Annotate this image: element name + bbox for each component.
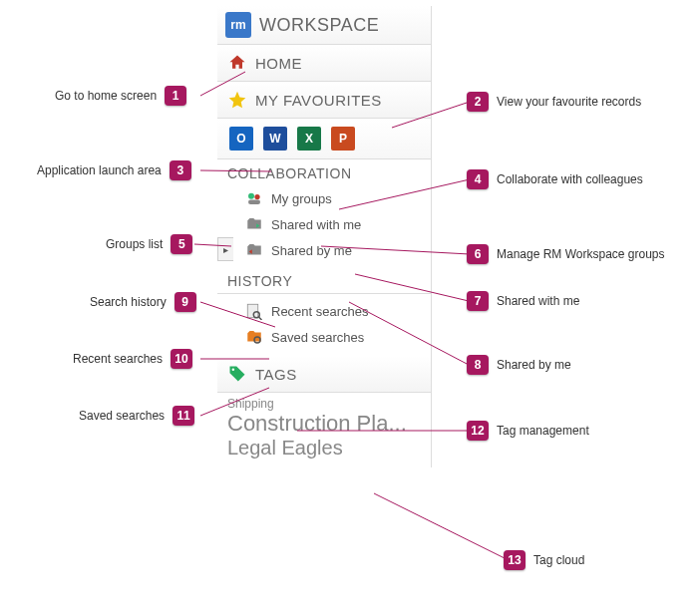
tag-construction[interactable]: Construction Pla... — [227, 411, 421, 437]
tags-label: TAGS — [255, 366, 297, 383]
callout-2-text: View your favourite records — [497, 95, 641, 109]
callout-9-text: Search history — [90, 295, 167, 309]
app-launch-row: O W X P — [217, 119, 431, 159]
tag-legal[interactable]: Legal Eagles — [227, 437, 421, 460]
callout-6: 6 Manage RM Workspace groups — [467, 244, 665, 264]
callout-7: 7 Shared with me — [467, 291, 579, 311]
saved-searches-label: Saved searches — [271, 330, 364, 345]
callout-3-badge: 3 — [170, 160, 191, 180]
callout-9-badge: 9 — [175, 292, 196, 312]
callout-12: 12 Tag management — [467, 421, 589, 441]
groups-icon — [245, 189, 263, 207]
collaboration-header: COLLABORATION — [217, 159, 431, 185]
callout-13: 13 Tag cloud — [504, 550, 584, 570]
callout-11-badge: 11 — [173, 406, 194, 426]
excel-icon[interactable]: X — [297, 127, 321, 151]
powerpoint-icon[interactable]: P — [331, 127, 355, 151]
workspace-sidebar: rm WORKSPACE HOME MY FAVOURITES O W X P … — [217, 6, 432, 467]
tags-item[interactable]: TAGS — [217, 356, 431, 393]
callout-4-badge: 4 — [467, 169, 489, 189]
history-header: HISTORY — [217, 263, 431, 294]
svg-line-5 — [259, 317, 262, 320]
callout-6-badge: 6 — [467, 244, 489, 264]
callout-5-badge: 5 — [171, 234, 192, 254]
callout-11: Saved searches 11 — [79, 406, 194, 426]
home-label: HOME — [255, 55, 302, 72]
callout-10-text: Recent searches — [73, 352, 163, 366]
callout-1: Go to home screen 1 — [55, 86, 186, 106]
callout-8-badge: 8 — [467, 355, 489, 375]
favourites-label: MY FAVOURITES — [255, 92, 382, 109]
shared-with-icon — [245, 215, 263, 233]
shared-by-me-item[interactable]: Shared by me — [217, 237, 431, 263]
svg-point-7 — [232, 369, 235, 372]
callout-13-text: Tag cloud — [533, 553, 584, 567]
callout-3: Application launch area 3 — [37, 160, 191, 180]
shared-with-me-item[interactable]: Shared with me — [217, 211, 431, 237]
callout-9: Search history 9 — [90, 292, 196, 312]
tag-cloud[interactable]: Shipping Construction Pla... Legal Eagle… — [217, 393, 431, 467]
shared-by-icon — [245, 241, 263, 259]
callout-12-badge: 12 — [467, 421, 489, 441]
home-item[interactable]: HOME — [217, 45, 431, 82]
home-icon — [227, 53, 247, 73]
saved-searches-icon — [245, 328, 263, 346]
callout-13-badge: 13 — [504, 550, 525, 570]
chevron-right-icon: ▸ — [223, 244, 228, 255]
panel-header: rm WORKSPACE — [217, 6, 431, 45]
shared-with-me-label: Shared with me — [271, 217, 361, 232]
callout-5: Groups list 5 — [106, 234, 192, 254]
my-groups-item[interactable]: My groups — [217, 185, 431, 211]
callout-8-text: Shared by me — [497, 358, 571, 372]
callout-2-badge: 2 — [467, 92, 489, 112]
callout-10: Recent searches 10 — [73, 349, 192, 369]
shared-by-me-label: Shared by me — [271, 243, 352, 258]
callout-4-text: Collaborate with colleagues — [497, 172, 643, 186]
recent-searches-label: Recent searches — [271, 304, 369, 319]
callout-6-text: Manage RM Workspace groups — [497, 247, 665, 261]
callout-7-badge: 7 — [467, 291, 489, 311]
callout-4: 4 Collaborate with colleagues — [467, 169, 643, 189]
recent-searches-icon — [245, 302, 263, 320]
callout-10-badge: 10 — [171, 349, 192, 369]
star-icon — [227, 90, 247, 110]
tag-shipping[interactable]: Shipping — [227, 397, 421, 411]
svg-point-1 — [254, 194, 259, 199]
saved-searches-item[interactable]: Saved searches — [217, 324, 431, 350]
rm-logo: rm — [225, 12, 251, 38]
svg-rect-2 — [248, 200, 260, 205]
callout-3-text: Application launch area — [37, 163, 162, 177]
recent-searches-item[interactable]: Recent searches — [217, 294, 431, 324]
outlook-icon[interactable]: O — [229, 127, 253, 151]
workspace-title: WORKSPACE — [259, 15, 379, 36]
callout-5-text: Groups list — [106, 237, 163, 251]
svg-point-0 — [248, 193, 254, 199]
expand-handle[interactable]: ▸ — [217, 237, 233, 261]
favourites-item[interactable]: MY FAVOURITES — [217, 82, 431, 119]
word-icon[interactable]: W — [263, 127, 287, 151]
my-groups-label: My groups — [271, 191, 332, 206]
callout-7-text: Shared with me — [497, 294, 579, 308]
tag-icon — [227, 364, 247, 384]
callout-8: 8 Shared by me — [467, 355, 571, 375]
callout-11-text: Saved searches — [79, 409, 165, 423]
callout-2: 2 View your favourite records — [467, 92, 641, 112]
callout-1-text: Go to home screen — [55, 89, 157, 103]
callout-1-badge: 1 — [165, 86, 186, 106]
callout-12-text: Tag management — [497, 424, 589, 438]
svg-rect-3 — [247, 304, 258, 318]
